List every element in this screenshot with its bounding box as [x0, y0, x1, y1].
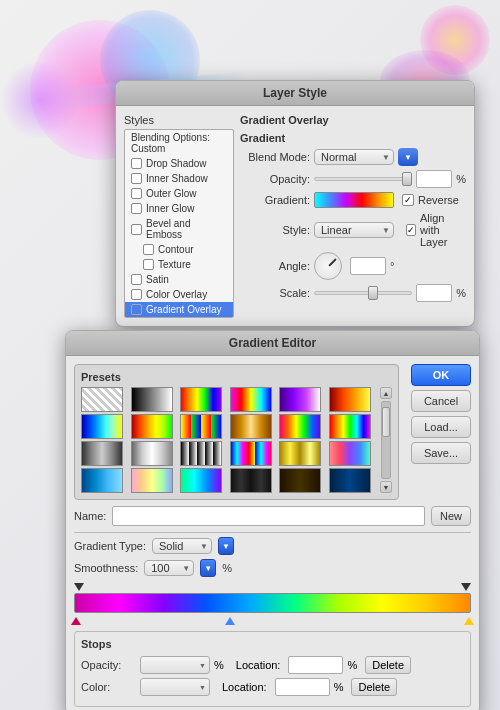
- scale-input[interactable]: 100: [416, 284, 452, 302]
- cancel-button[interactable]: Cancel: [411, 390, 471, 412]
- drop-shadow-checkbox[interactable]: [131, 158, 142, 169]
- style-item-inner-glow[interactable]: Inner Glow: [125, 201, 233, 216]
- preset-swatch[interactable]: [131, 468, 173, 493]
- scale-slider[interactable]: [314, 291, 412, 295]
- preset-swatch[interactable]: [329, 468, 371, 493]
- color-stop-0[interactable]: [71, 617, 81, 625]
- blend-mode-dropdown[interactable]: Normal: [314, 149, 394, 165]
- preset-swatch[interactable]: [131, 387, 173, 412]
- gradient-type-dropdown[interactable]: Solid: [152, 538, 212, 554]
- preset-swatch[interactable]: [279, 441, 321, 466]
- opacity-delete-button[interactable]: Delete: [365, 656, 411, 674]
- inner-glow-checkbox[interactable]: [131, 203, 142, 214]
- name-input[interactable]: Custom: [112, 506, 425, 526]
- ge-buttons: OK Cancel Load... Save...: [411, 364, 471, 506]
- preset-swatch[interactable]: [131, 441, 173, 466]
- opacity-row: Opacity: 100 %: [240, 170, 466, 188]
- style-item-outer-glow[interactable]: Outer Glow: [125, 186, 233, 201]
- scroll-thumb[interactable]: [382, 407, 390, 437]
- color-stop-dropdown[interactable]: [140, 678, 210, 696]
- angle-dial[interactable]: [314, 252, 342, 280]
- preset-swatch[interactable]: [180, 414, 222, 439]
- scroll-track[interactable]: [381, 401, 391, 479]
- style-item-satin[interactable]: Satin: [125, 272, 233, 287]
- style-row: Style: Linear Align with Layer: [240, 212, 466, 248]
- opacity-slider[interactable]: [314, 177, 412, 181]
- contour-checkbox[interactable]: [143, 244, 154, 255]
- gradient-bar[interactable]: [74, 593, 471, 613]
- preset-swatch[interactable]: [81, 468, 123, 493]
- gradient-editor-body: Presets: [66, 356, 479, 710]
- opacity-stop-left[interactable]: [74, 583, 84, 591]
- preset-swatch[interactable]: [81, 441, 123, 466]
- smoothness-color-btn[interactable]: ▼: [200, 559, 216, 577]
- opacity-input[interactable]: 100: [416, 170, 452, 188]
- preset-swatch[interactable]: [81, 414, 123, 439]
- preset-swatch[interactable]: [230, 414, 272, 439]
- opacity-stop-right[interactable]: [461, 583, 471, 591]
- style-item-texture[interactable]: Texture: [125, 257, 233, 272]
- gradient-type-row: Gradient Type: Solid ▼: [74, 532, 471, 555]
- style-item-blending[interactable]: Blending Options: Custom: [125, 130, 233, 156]
- style-item-gradient-overlay[interactable]: Gradient Overlay: [125, 302, 233, 317]
- style-item-bevel[interactable]: Bevel and Emboss: [125, 216, 233, 242]
- color-location-input[interactable]: [275, 678, 330, 696]
- stops-section: Stops Opacity: % Location: % Delete Colo…: [74, 631, 471, 707]
- scroll-down-arrow[interactable]: ▼: [380, 481, 392, 493]
- layer-style-body: Styles Blending Options: Custom Drop Sha…: [116, 106, 474, 326]
- color-overlay-checkbox[interactable]: [131, 289, 142, 300]
- preset-swatch[interactable]: [180, 468, 222, 493]
- gradient-preview[interactable]: [314, 192, 394, 208]
- gradient-type-color-btn[interactable]: ▼: [218, 537, 234, 555]
- opacity-location-input[interactable]: [288, 656, 343, 674]
- opacity-slider-thumb[interactable]: [402, 172, 412, 186]
- preset-swatch[interactable]: [81, 387, 123, 412]
- load-button[interactable]: Load...: [411, 416, 471, 438]
- reverse-checkbox[interactable]: [402, 194, 414, 206]
- angle-input[interactable]: 152: [350, 257, 386, 275]
- inner-shadow-checkbox[interactable]: [131, 173, 142, 184]
- color-overlay-label: Color Overlay: [146, 289, 207, 300]
- satin-checkbox[interactable]: [131, 274, 142, 285]
- color-stop-1[interactable]: [225, 617, 235, 625]
- save-button[interactable]: Save...: [411, 442, 471, 464]
- style-item-drop-shadow[interactable]: Drop Shadow: [125, 156, 233, 171]
- scale-slider-thumb[interactable]: [368, 286, 378, 300]
- name-label: Name:: [74, 510, 106, 522]
- style-item-contour[interactable]: Contour: [125, 242, 233, 257]
- color-stop-2[interactable]: [464, 617, 474, 625]
- presets-scrollbar: ▲ ▼: [380, 387, 392, 493]
- style-dropdown[interactable]: Linear: [314, 222, 394, 238]
- opacity-unit: %: [456, 173, 466, 185]
- color-delete-button[interactable]: Delete: [351, 678, 397, 696]
- gradient-overlay-checkbox[interactable]: [131, 304, 142, 315]
- blend-mode-label: Blend Mode:: [240, 151, 310, 163]
- scroll-up-arrow[interactable]: ▲: [380, 387, 392, 399]
- bevel-label: Bevel and Emboss: [146, 218, 227, 240]
- blend-mode-color-btn[interactable]: ▼: [398, 148, 418, 166]
- reverse-label: Reverse: [418, 194, 459, 206]
- align-layer-checkbox[interactable]: [406, 224, 416, 236]
- preset-swatch[interactable]: [180, 387, 222, 412]
- outer-glow-checkbox[interactable]: [131, 188, 142, 199]
- smoothness-dropdown[interactable]: 100: [144, 560, 194, 576]
- styles-list: Blending Options: Custom Drop Shadow Inn…: [124, 129, 234, 318]
- preset-swatch[interactable]: [131, 414, 173, 439]
- preset-swatch[interactable]: [329, 387, 371, 412]
- preset-swatch[interactable]: [230, 468, 272, 493]
- preset-swatch[interactable]: [279, 414, 321, 439]
- preset-swatch[interactable]: [329, 441, 371, 466]
- opacity-stop-dropdown[interactable]: [140, 656, 210, 674]
- bevel-checkbox[interactable]: [131, 224, 142, 235]
- preset-swatch[interactable]: [230, 387, 272, 412]
- preset-swatch[interactable]: [279, 468, 321, 493]
- preset-swatch[interactable]: [329, 414, 371, 439]
- preset-swatch[interactable]: [180, 441, 222, 466]
- preset-swatch[interactable]: [279, 387, 321, 412]
- texture-checkbox[interactable]: [143, 259, 154, 270]
- style-item-color-overlay[interactable]: Color Overlay: [125, 287, 233, 302]
- ok-button[interactable]: OK: [411, 364, 471, 386]
- style-item-inner-shadow[interactable]: Inner Shadow: [125, 171, 233, 186]
- new-button[interactable]: New: [431, 506, 471, 526]
- preset-swatch[interactable]: [230, 441, 272, 466]
